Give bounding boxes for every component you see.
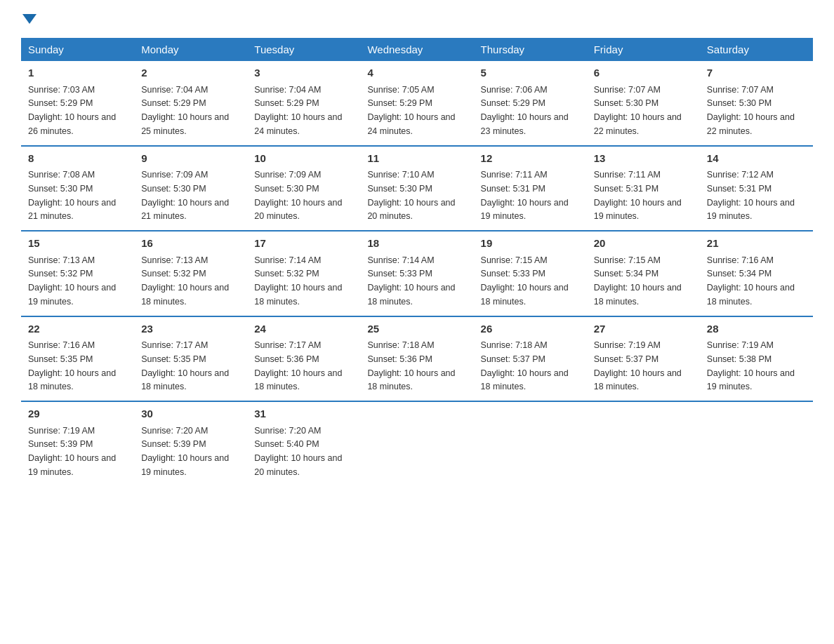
calendar-cell: 31Sunrise: 7:20 AMSunset: 5:40 PMDayligh…: [247, 401, 360, 486]
day-sunset: Sunset: 5:34 PM: [594, 269, 658, 279]
calendar-cell: 7Sunrise: 7:07 AMSunset: 5:30 PMDaylight…: [700, 61, 813, 146]
calendar-cell: 17Sunrise: 7:14 AMSunset: 5:32 PMDayligh…: [247, 231, 360, 316]
header-saturday: Saturday: [700, 38, 813, 61]
day-daylight: Daylight: 10 hours and 19 minutes.: [141, 453, 229, 477]
day-sunrise: Sunrise: 7:07 AM: [707, 85, 774, 95]
day-number: 5: [481, 65, 580, 81]
day-number: 7: [707, 65, 806, 81]
day-daylight: Daylight: 10 hours and 18 minutes.: [28, 368, 116, 392]
day-sunrise: Sunrise: 7:17 AM: [254, 340, 321, 350]
day-daylight: Daylight: 10 hours and 19 minutes.: [707, 368, 795, 392]
calendar-cell: 10Sunrise: 7:09 AMSunset: 5:30 PMDayligh…: [247, 146, 360, 232]
header-friday: Friday: [587, 38, 700, 61]
day-sunset: Sunset: 5:31 PM: [707, 184, 772, 194]
day-daylight: Daylight: 10 hours and 21 minutes.: [28, 198, 116, 222]
day-daylight: Daylight: 10 hours and 26 minutes.: [28, 112, 116, 136]
day-daylight: Daylight: 10 hours and 18 minutes.: [254, 283, 342, 307]
day-sunrise: Sunrise: 7:13 AM: [141, 255, 208, 265]
calendar-week-row: 29Sunrise: 7:19 AMSunset: 5:39 PMDayligh…: [21, 401, 813, 486]
calendar-cell: [360, 401, 473, 486]
day-sunset: Sunset: 5:30 PM: [141, 184, 206, 194]
day-daylight: Daylight: 10 hours and 18 minutes.: [367, 368, 455, 392]
day-number: 12: [481, 151, 580, 167]
day-sunset: Sunset: 5:37 PM: [594, 354, 658, 364]
day-daylight: Daylight: 10 hours and 20 minutes.: [254, 453, 342, 477]
day-number: 4: [367, 65, 466, 81]
day-daylight: Daylight: 10 hours and 24 minutes.: [367, 112, 455, 136]
day-number: 8: [28, 151, 127, 167]
day-sunset: Sunset: 5:36 PM: [367, 354, 432, 364]
day-sunrise: Sunrise: 7:16 AM: [707, 255, 774, 265]
day-sunrise: Sunrise: 7:09 AM: [254, 170, 321, 180]
day-sunset: Sunset: 5:30 PM: [254, 184, 319, 194]
day-sunrise: Sunrise: 7:04 AM: [254, 85, 321, 95]
calendar-cell: 5Sunrise: 7:06 AMSunset: 5:29 PMDaylight…: [474, 61, 587, 146]
day-daylight: Daylight: 10 hours and 18 minutes.: [141, 368, 229, 392]
day-sunrise: Sunrise: 7:17 AM: [141, 340, 208, 350]
day-sunrise: Sunrise: 7:10 AM: [367, 170, 434, 180]
day-sunrise: Sunrise: 7:08 AM: [28, 170, 95, 180]
day-sunset: Sunset: 5:30 PM: [594, 98, 658, 108]
calendar-cell: 23Sunrise: 7:17 AMSunset: 5:35 PMDayligh…: [134, 316, 247, 402]
day-daylight: Daylight: 10 hours and 19 minutes.: [481, 198, 569, 222]
day-number: 23: [141, 321, 240, 337]
day-daylight: Daylight: 10 hours and 22 minutes.: [707, 112, 795, 136]
calendar-cell: 16Sunrise: 7:13 AMSunset: 5:32 PMDayligh…: [134, 231, 247, 316]
day-sunrise: Sunrise: 7:11 AM: [594, 170, 661, 180]
calendar-cell: [587, 401, 700, 486]
calendar-cell: 1Sunrise: 7:03 AMSunset: 5:29 PMDaylight…: [21, 61, 134, 146]
calendar-cell: 8Sunrise: 7:08 AMSunset: 5:30 PMDaylight…: [21, 146, 134, 232]
day-number: 28: [707, 321, 806, 337]
calendar-table: SundayMondayTuesdayWednesdayThursdayFrid…: [21, 38, 813, 486]
day-daylight: Daylight: 10 hours and 23 minutes.: [481, 112, 569, 136]
day-number: 21: [707, 236, 806, 252]
day-sunset: Sunset: 5:37 PM: [481, 354, 545, 364]
day-sunrise: Sunrise: 7:05 AM: [367, 85, 434, 95]
day-sunset: Sunset: 5:30 PM: [707, 98, 772, 108]
calendar-header-row: SundayMondayTuesdayWednesdayThursdayFrid…: [21, 38, 813, 61]
day-daylight: Daylight: 10 hours and 18 minutes.: [594, 283, 682, 307]
calendar-week-row: 15Sunrise: 7:13 AMSunset: 5:32 PMDayligh…: [21, 231, 813, 316]
day-daylight: Daylight: 10 hours and 19 minutes.: [28, 453, 116, 477]
day-sunrise: Sunrise: 7:20 AM: [254, 426, 321, 436]
calendar-cell: 28Sunrise: 7:19 AMSunset: 5:38 PMDayligh…: [700, 316, 813, 402]
day-sunset: Sunset: 5:32 PM: [28, 269, 93, 279]
day-daylight: Daylight: 10 hours and 20 minutes.: [367, 198, 455, 222]
day-sunrise: Sunrise: 7:19 AM: [707, 340, 774, 350]
calendar-cell: 24Sunrise: 7:17 AMSunset: 5:36 PMDayligh…: [247, 316, 360, 402]
day-sunrise: Sunrise: 7:13 AM: [28, 255, 95, 265]
day-number: 22: [28, 321, 127, 337]
calendar-cell: 29Sunrise: 7:19 AMSunset: 5:39 PMDayligh…: [21, 401, 134, 486]
day-sunset: Sunset: 5:32 PM: [254, 269, 319, 279]
day-sunrise: Sunrise: 7:09 AM: [141, 170, 208, 180]
day-number: 17: [254, 236, 353, 252]
day-number: 29: [28, 406, 127, 422]
day-sunrise: Sunrise: 7:07 AM: [594, 85, 661, 95]
day-sunset: Sunset: 5:29 PM: [141, 98, 206, 108]
day-daylight: Daylight: 10 hours and 19 minutes.: [28, 283, 116, 307]
day-sunset: Sunset: 5:30 PM: [367, 184, 432, 194]
calendar-cell: 4Sunrise: 7:05 AMSunset: 5:29 PMDaylight…: [360, 61, 473, 146]
calendar-cell: 26Sunrise: 7:18 AMSunset: 5:37 PMDayligh…: [474, 316, 587, 402]
day-daylight: Daylight: 10 hours and 21 minutes.: [141, 198, 229, 222]
day-daylight: Daylight: 10 hours and 18 minutes.: [481, 368, 569, 392]
day-number: 26: [481, 321, 580, 337]
calendar-cell: 19Sunrise: 7:15 AMSunset: 5:33 PMDayligh…: [474, 231, 587, 316]
day-daylight: Daylight: 10 hours and 19 minutes.: [594, 198, 682, 222]
calendar-cell: 22Sunrise: 7:16 AMSunset: 5:35 PMDayligh…: [21, 316, 134, 402]
day-sunset: Sunset: 5:34 PM: [707, 269, 772, 279]
day-number: 13: [594, 151, 693, 167]
day-number: 24: [254, 321, 353, 337]
day-number: 31: [254, 406, 353, 422]
day-daylight: Daylight: 10 hours and 18 minutes.: [707, 283, 795, 307]
calendar-cell: 11Sunrise: 7:10 AMSunset: 5:30 PMDayligh…: [360, 146, 473, 232]
day-sunset: Sunset: 5:31 PM: [481, 184, 545, 194]
calendar-cell: [474, 401, 587, 486]
day-sunset: Sunset: 5:30 PM: [28, 184, 93, 194]
day-daylight: Daylight: 10 hours and 18 minutes.: [367, 283, 455, 307]
calendar-week-row: 1Sunrise: 7:03 AMSunset: 5:29 PMDaylight…: [21, 61, 813, 146]
calendar-cell: 27Sunrise: 7:19 AMSunset: 5:37 PMDayligh…: [587, 316, 700, 402]
day-sunset: Sunset: 5:35 PM: [28, 354, 93, 364]
calendar-cell: 13Sunrise: 7:11 AMSunset: 5:31 PMDayligh…: [587, 146, 700, 232]
day-daylight: Daylight: 10 hours and 25 minutes.: [141, 112, 229, 136]
